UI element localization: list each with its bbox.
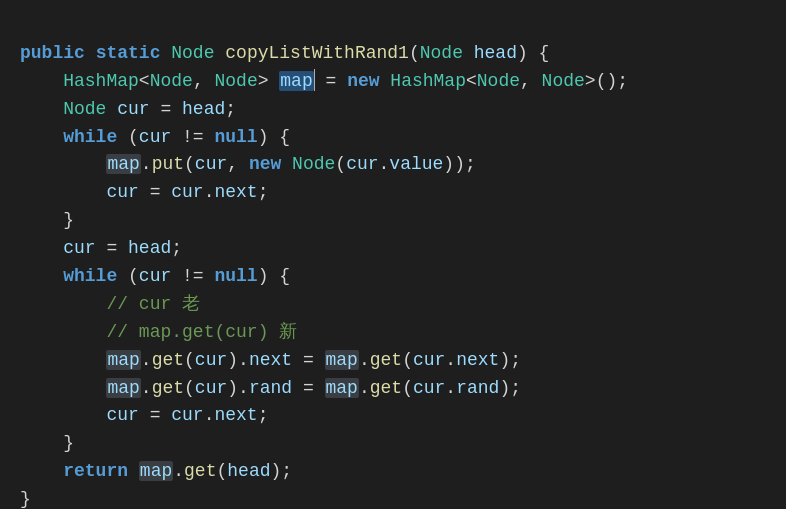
line-10: // cur 老 [20,294,200,314]
line-6: cur = cur.next; [20,182,268,202]
highlighted-map2f: map [139,461,173,481]
highlighted-map: map [279,71,313,91]
line-14: cur = cur.next; [20,405,268,425]
line-12: map.get(cur).next = map.get(cur.next); [20,350,521,370]
line-7: } [20,210,74,230]
highlighted-map2b: map [106,350,140,370]
highlighted-map2a: map [106,154,140,174]
line-2: HashMap<Node, Node> map = new HashMap<No… [20,71,628,91]
line-4: while (cur != null) { [20,127,290,147]
line-9: while (cur != null) { [20,266,290,286]
code-editor: public static Node copyListWithRand1(Nod… [20,12,766,509]
line-8: cur = head; [20,238,182,258]
highlighted-map2c: map [325,350,359,370]
line-15: } [20,433,74,453]
line-1: public static Node copyListWithRand1(Nod… [20,43,549,63]
highlighted-map2d: map [106,378,140,398]
line-5: map.put(cur, new Node(cur.value)); [20,154,476,174]
line-3: Node cur = head; [20,99,236,119]
line-16: return map.get(head); [20,461,292,481]
line-13: map.get(cur).rand = map.get(cur.rand); [20,378,521,398]
highlighted-map2e: map [325,378,359,398]
line-11: // map.get(cur) 新 [20,322,297,342]
line-17: } [20,489,31,509]
